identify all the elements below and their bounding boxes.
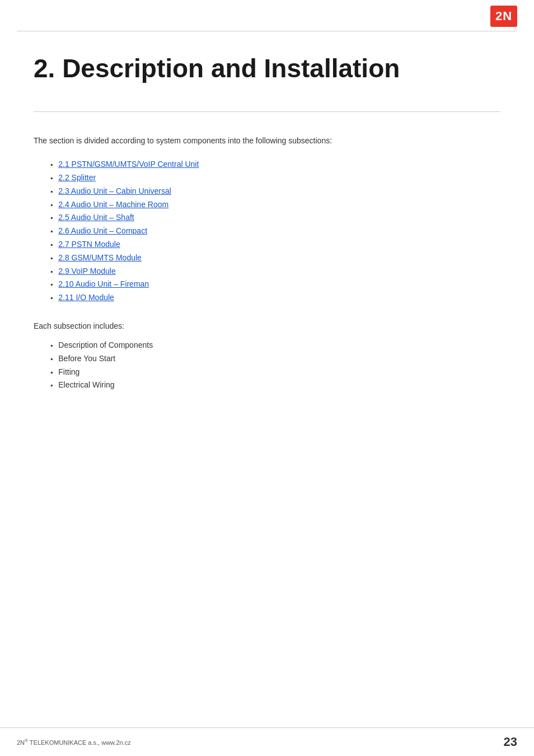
list-item: 2.3 Audio Unit – Cabin Universal <box>50 185 500 198</box>
list-item: Fitting <box>50 366 500 379</box>
list-item: 2.4 Audio Unit – Machine Room <box>50 198 500 212</box>
subsection-label: Each subsection includes: <box>34 321 500 330</box>
list-item: Electrical Wiring <box>50 379 500 392</box>
list-item: 2.6 Audio Unit – Compact <box>50 225 500 238</box>
list-item: 2.7 PSTN Module <box>50 238 500 251</box>
footer-page-number: 23 <box>504 735 517 749</box>
link-2-2[interactable]: 2.2 Splitter <box>58 171 96 185</box>
page-container: 2N 2. Description and Installation The s… <box>0 0 534 756</box>
list-item: 2.9 VoIP Module <box>50 265 500 278</box>
subsection-item-4: Electrical Wiring <box>58 379 114 392</box>
subsection-item-3: Fitting <box>58 366 79 379</box>
intro-text: The section is divided according to syst… <box>34 134 500 147</box>
list-item: 2.10 Audio Unit – Fireman <box>50 278 500 291</box>
main-content: 2. Description and Installation The sect… <box>0 31 534 431</box>
footer-company: 2N® TELEKOMUNIKACE a.s., www.2n.cz <box>17 738 131 746</box>
subsection-item-1: Description of Components <box>58 339 153 352</box>
link-2-1[interactable]: 2.1 PSTN/GSM/UMTS/VoIP Central Unit <box>58 158 199 171</box>
list-item: 2.2 Splitter <box>50 171 500 185</box>
top-bar: 2N <box>0 0 534 31</box>
list-item: 2.5 Audio Unit – Shaft <box>50 211 500 225</box>
link-2-9[interactable]: 2.9 VoIP Module <box>58 265 115 278</box>
link-2-4[interactable]: 2.4 Audio Unit – Machine Room <box>58 198 168 212</box>
link-2-11[interactable]: 2.11 I/O Module <box>58 291 114 305</box>
list-item: Description of Components <box>50 339 500 352</box>
link-2-8[interactable]: 2.8 GSM/UMTS Module <box>58 251 142 265</box>
subsection-item-2: Before You Start <box>58 352 115 366</box>
link-2-3[interactable]: 2.3 Audio Unit – Cabin Universal <box>58 185 171 198</box>
section-divider <box>34 111 500 112</box>
logo: 2N <box>490 6 517 27</box>
chapter-heading: 2. Description and Installation <box>34 54 500 83</box>
footer: 2N® TELEKOMUNIKACE a.s., www.2n.cz 23 <box>0 727 534 756</box>
link-2-10[interactable]: 2.10 Audio Unit – Fireman <box>58 278 149 291</box>
link-2-6[interactable]: 2.6 Audio Unit – Compact <box>58 225 147 238</box>
subsection-items-list: Description of Components Before You Sta… <box>50 339 500 392</box>
list-item: 2.1 PSTN/GSM/UMTS/VoIP Central Unit <box>50 158 500 171</box>
link-2-5[interactable]: 2.5 Audio Unit – Shaft <box>58 211 134 225</box>
list-item: 2.11 I/O Module <box>50 291 500 305</box>
links-list: 2.1 PSTN/GSM/UMTS/VoIP Central Unit 2.2 … <box>50 158 500 305</box>
list-item: Before You Start <box>50 352 500 366</box>
list-item: 2.8 GSM/UMTS Module <box>50 251 500 265</box>
link-2-7[interactable]: 2.7 PSTN Module <box>58 238 120 251</box>
